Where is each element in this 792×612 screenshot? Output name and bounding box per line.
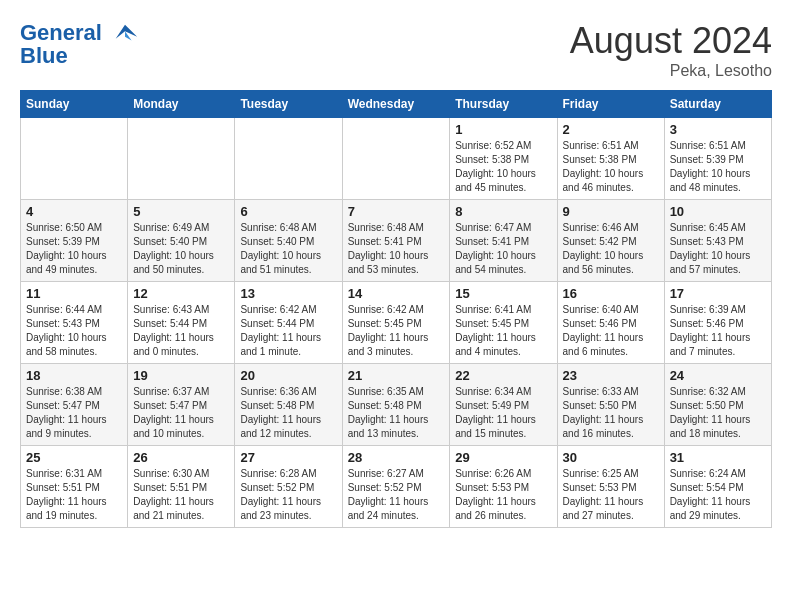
calendar-cell: 8 Sunrise: 6:47 AM Sunset: 5:41 PM Dayli… [450,200,557,282]
day-number: 16 [563,286,659,301]
day-info: Sunrise: 6:52 AM Sunset: 5:38 PM Dayligh… [455,139,551,195]
day-number: 31 [670,450,766,465]
month-year-title: August 2024 [570,20,772,62]
location-subtitle: Peka, Lesotho [570,62,772,80]
calendar-cell: 16 Sunrise: 6:40 AM Sunset: 5:46 PM Dayl… [557,282,664,364]
calendar-cell: 24 Sunrise: 6:32 AM Sunset: 5:50 PM Dayl… [664,364,771,446]
title-block: August 2024 Peka, Lesotho [570,20,772,80]
day-info: Sunrise: 6:46 AM Sunset: 5:42 PM Dayligh… [563,221,659,277]
calendar-table: SundayMondayTuesdayWednesdayThursdayFrid… [20,90,772,528]
calendar-cell: 22 Sunrise: 6:34 AM Sunset: 5:49 PM Dayl… [450,364,557,446]
calendar-cell: 30 Sunrise: 6:25 AM Sunset: 5:53 PM Dayl… [557,446,664,528]
day-number: 1 [455,122,551,137]
day-number: 5 [133,204,229,219]
day-number: 12 [133,286,229,301]
weekday-header-sunday: Sunday [21,91,128,118]
day-info: Sunrise: 6:48 AM Sunset: 5:40 PM Dayligh… [240,221,336,277]
day-info: Sunrise: 6:48 AM Sunset: 5:41 PM Dayligh… [348,221,445,277]
day-info: Sunrise: 6:34 AM Sunset: 5:49 PM Dayligh… [455,385,551,441]
calendar-cell: 3 Sunrise: 6:51 AM Sunset: 5:39 PM Dayli… [664,118,771,200]
day-number: 13 [240,286,336,301]
calendar-cell: 7 Sunrise: 6:48 AM Sunset: 5:41 PM Dayli… [342,200,450,282]
day-info: Sunrise: 6:28 AM Sunset: 5:52 PM Dayligh… [240,467,336,523]
day-number: 22 [455,368,551,383]
calendar-week-row: 4 Sunrise: 6:50 AM Sunset: 5:39 PM Dayli… [21,200,772,282]
weekday-header-thursday: Thursday [450,91,557,118]
calendar-cell: 17 Sunrise: 6:39 AM Sunset: 5:46 PM Dayl… [664,282,771,364]
day-info: Sunrise: 6:44 AM Sunset: 5:43 PM Dayligh… [26,303,122,359]
calendar-cell: 12 Sunrise: 6:43 AM Sunset: 5:44 PM Dayl… [128,282,235,364]
day-info: Sunrise: 6:49 AM Sunset: 5:40 PM Dayligh… [133,221,229,277]
calendar-cell: 18 Sunrise: 6:38 AM Sunset: 5:47 PM Dayl… [21,364,128,446]
logo-general: General [20,20,102,45]
calendar-cell: 6 Sunrise: 6:48 AM Sunset: 5:40 PM Dayli… [235,200,342,282]
day-number: 18 [26,368,122,383]
calendar-cell: 29 Sunrise: 6:26 AM Sunset: 5:53 PM Dayl… [450,446,557,528]
day-number: 9 [563,204,659,219]
calendar-cell: 14 Sunrise: 6:42 AM Sunset: 5:45 PM Dayl… [342,282,450,364]
day-number: 25 [26,450,122,465]
calendar-cell [21,118,128,200]
day-info: Sunrise: 6:30 AM Sunset: 5:51 PM Dayligh… [133,467,229,523]
day-info: Sunrise: 6:27 AM Sunset: 5:52 PM Dayligh… [348,467,445,523]
calendar-cell: 31 Sunrise: 6:24 AM Sunset: 5:54 PM Dayl… [664,446,771,528]
calendar-cell: 13 Sunrise: 6:42 AM Sunset: 5:44 PM Dayl… [235,282,342,364]
weekday-header-friday: Friday [557,91,664,118]
day-number: 28 [348,450,445,465]
day-number: 11 [26,286,122,301]
day-info: Sunrise: 6:33 AM Sunset: 5:50 PM Dayligh… [563,385,659,441]
logo-bird-icon [111,20,139,48]
day-number: 19 [133,368,229,383]
day-number: 21 [348,368,445,383]
day-info: Sunrise: 6:50 AM Sunset: 5:39 PM Dayligh… [26,221,122,277]
day-info: Sunrise: 6:35 AM Sunset: 5:48 PM Dayligh… [348,385,445,441]
calendar-cell: 19 Sunrise: 6:37 AM Sunset: 5:47 PM Dayl… [128,364,235,446]
day-number: 29 [455,450,551,465]
calendar-cell: 26 Sunrise: 6:30 AM Sunset: 5:51 PM Dayl… [128,446,235,528]
calendar-cell: 9 Sunrise: 6:46 AM Sunset: 5:42 PM Dayli… [557,200,664,282]
day-number: 2 [563,122,659,137]
day-info: Sunrise: 6:51 AM Sunset: 5:39 PM Dayligh… [670,139,766,195]
day-number: 14 [348,286,445,301]
day-info: Sunrise: 6:41 AM Sunset: 5:45 PM Dayligh… [455,303,551,359]
calendar-cell: 15 Sunrise: 6:41 AM Sunset: 5:45 PM Dayl… [450,282,557,364]
calendar-cell: 10 Sunrise: 6:45 AM Sunset: 5:43 PM Dayl… [664,200,771,282]
day-number: 23 [563,368,659,383]
day-number: 7 [348,204,445,219]
calendar-week-row: 11 Sunrise: 6:44 AM Sunset: 5:43 PM Dayl… [21,282,772,364]
page-header: General Blue August 2024 Peka, Lesotho [20,20,772,80]
day-number: 4 [26,204,122,219]
calendar-cell: 25 Sunrise: 6:31 AM Sunset: 5:51 PM Dayl… [21,446,128,528]
calendar-cell: 11 Sunrise: 6:44 AM Sunset: 5:43 PM Dayl… [21,282,128,364]
calendar-cell: 1 Sunrise: 6:52 AM Sunset: 5:38 PM Dayli… [450,118,557,200]
day-info: Sunrise: 6:26 AM Sunset: 5:53 PM Dayligh… [455,467,551,523]
day-info: Sunrise: 6:40 AM Sunset: 5:46 PM Dayligh… [563,303,659,359]
day-info: Sunrise: 6:31 AM Sunset: 5:51 PM Dayligh… [26,467,122,523]
day-info: Sunrise: 6:32 AM Sunset: 5:50 PM Dayligh… [670,385,766,441]
calendar-cell: 2 Sunrise: 6:51 AM Sunset: 5:38 PM Dayli… [557,118,664,200]
calendar-cell [128,118,235,200]
day-number: 10 [670,204,766,219]
day-number: 24 [670,368,766,383]
calendar-week-row: 1 Sunrise: 6:52 AM Sunset: 5:38 PM Dayli… [21,118,772,200]
day-info: Sunrise: 6:42 AM Sunset: 5:45 PM Dayligh… [348,303,445,359]
day-number: 6 [240,204,336,219]
day-info: Sunrise: 6:51 AM Sunset: 5:38 PM Dayligh… [563,139,659,195]
calendar-cell: 4 Sunrise: 6:50 AM Sunset: 5:39 PM Dayli… [21,200,128,282]
day-info: Sunrise: 6:37 AM Sunset: 5:47 PM Dayligh… [133,385,229,441]
weekday-header-wednesday: Wednesday [342,91,450,118]
calendar-cell: 20 Sunrise: 6:36 AM Sunset: 5:48 PM Dayl… [235,364,342,446]
calendar-week-row: 25 Sunrise: 6:31 AM Sunset: 5:51 PM Dayl… [21,446,772,528]
calendar-cell [235,118,342,200]
day-info: Sunrise: 6:45 AM Sunset: 5:43 PM Dayligh… [670,221,766,277]
day-info: Sunrise: 6:39 AM Sunset: 5:46 PM Dayligh… [670,303,766,359]
day-info: Sunrise: 6:38 AM Sunset: 5:47 PM Dayligh… [26,385,122,441]
day-number: 8 [455,204,551,219]
calendar-cell: 21 Sunrise: 6:35 AM Sunset: 5:48 PM Dayl… [342,364,450,446]
day-number: 26 [133,450,229,465]
day-info: Sunrise: 6:47 AM Sunset: 5:41 PM Dayligh… [455,221,551,277]
day-number: 15 [455,286,551,301]
weekday-header-saturday: Saturday [664,91,771,118]
day-info: Sunrise: 6:42 AM Sunset: 5:44 PM Dayligh… [240,303,336,359]
weekday-header-row: SundayMondayTuesdayWednesdayThursdayFrid… [21,91,772,118]
